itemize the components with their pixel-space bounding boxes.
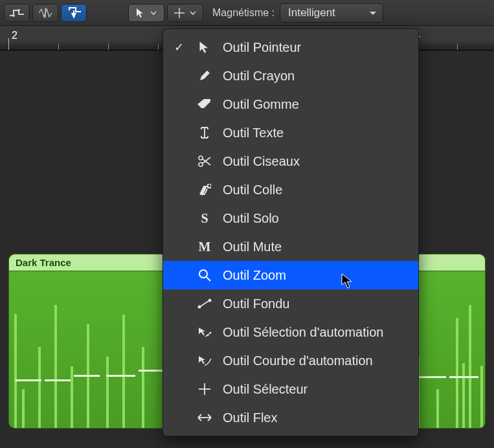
- automation-toggle-button[interactable]: [4, 4, 30, 22]
- tool-menu-item[interactable]: Outil Gomme: [163, 90, 418, 118]
- marquee-icon: [174, 8, 185, 18]
- svg-point-0: [12, 14, 15, 17]
- tool-menu-item[interactable]: Outil Sélecteur: [163, 375, 418, 403]
- pencil-icon: [196, 67, 214, 85]
- catch-toggle-button[interactable]: [61, 4, 87, 22]
- mouse-cursor: [341, 273, 354, 289]
- tools-dropdown-menu: ✓Outil PointeurOutil CrayonOutil GommeOu…: [163, 28, 419, 436]
- tool-menu-item[interactable]: Outil Crayon: [163, 62, 418, 90]
- marquee-icon: [196, 380, 214, 398]
- fade-icon: [196, 295, 214, 313]
- tool-menu-item-label: Outil Flex: [223, 410, 277, 425]
- pointer-icon: [136, 8, 145, 18]
- glue-icon: [196, 181, 214, 199]
- tool-menu-item-label: Outil Crayon: [223, 69, 295, 84]
- tool-menu-item[interactable]: Outil Sélection d'automation: [163, 318, 418, 346]
- svg-point-8: [199, 162, 203, 166]
- flex-toggle-button[interactable]: [32, 4, 58, 22]
- tool-menu-item-label: Outil Sélection d'automation: [223, 325, 383, 340]
- tool-menu-item-label: Outil Colle: [223, 183, 282, 197]
- tool-menu-item[interactable]: MOutil Mute: [163, 232, 418, 261]
- tool-menu-item[interactable]: SOutil Solo: [163, 204, 418, 232]
- tool-menu-item-label: Outil Pointeur: [223, 40, 301, 55]
- autosel-icon: [196, 323, 214, 341]
- tool-menu-item-label: Outil Texte: [223, 126, 284, 140]
- svg-point-7: [199, 156, 203, 160]
- zoom-icon: [196, 266, 214, 284]
- check-icon: ✓: [171, 40, 186, 54]
- left-click-tool-button[interactable]: [128, 4, 164, 22]
- tool-menu-item[interactable]: Outil Courbe d'automation: [163, 346, 418, 375]
- tool-menu-item[interactable]: Outil Zoom: [163, 261, 418, 289]
- tool-menu-item-label: Outil Fondu: [223, 297, 289, 311]
- tool-menu-item[interactable]: Outil Texte: [163, 118, 418, 147]
- tool-menu-item-label: Outil Solo: [223, 211, 279, 226]
- chevron-down-icon: [190, 10, 196, 16]
- flex-icon: [196, 409, 214, 427]
- mute-icon: M: [196, 238, 214, 256]
- magnetism-select[interactable]: Intelligent: [280, 3, 383, 23]
- tool-menu-item[interactable]: Outil Flex: [163, 403, 418, 432]
- tool-menu-item[interactable]: Outil Colle: [163, 175, 418, 204]
- tool-menu-item[interactable]: Outil Fondu: [163, 289, 418, 318]
- autocurve-icon: [196, 352, 214, 370]
- tool-menu-item-label: Outil Courbe d'automation: [223, 353, 373, 368]
- svg-point-9: [199, 270, 207, 278]
- scissors-icon: [196, 152, 214, 170]
- tool-menu-item-label: Outil Ciseaux: [223, 154, 300, 169]
- cmd-click-tool-button[interactable]: [167, 4, 203, 22]
- svg-line-10: [207, 277, 210, 281]
- tool-menu-item-label: Outil Gomme: [223, 97, 299, 112]
- svg-line-13: [201, 301, 208, 306]
- tool-menu-item-label: Outil Mute: [223, 240, 282, 254]
- magnetism-value: Intelligent: [288, 6, 335, 19]
- svg-point-1: [17, 9, 20, 12]
- tool-menu-item[interactable]: ✓Outil Pointeur: [163, 33, 418, 62]
- toolbar: Magnétisme : Intelligent: [0, 0, 494, 26]
- tool-menu-item[interactable]: Outil Ciseaux: [163, 147, 418, 175]
- tool-menu-item-label: Outil Zoom: [223, 268, 286, 283]
- magnetism-label: Magnétisme :: [206, 7, 277, 19]
- eraser-icon: [196, 95, 214, 113]
- tool-menu-item-label: Outil Sélecteur: [223, 382, 308, 397]
- pointer-icon: [196, 38, 214, 56]
- text-icon: [196, 124, 214, 142]
- ruler-bar-number: 2: [12, 30, 17, 41]
- chevron-down-icon: [150, 10, 157, 16]
- solo-icon: S: [196, 209, 214, 227]
